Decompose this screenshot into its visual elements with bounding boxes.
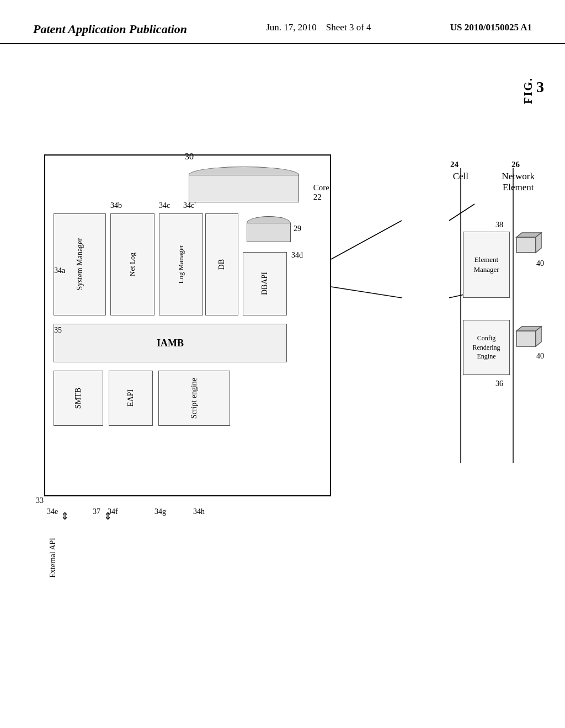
- bottom-boxes: SMTB EAPI Script engine: [54, 371, 287, 426]
- ref-34g: 34g: [154, 507, 166, 516]
- db-box: DB: [205, 213, 238, 315]
- script-engine-box: Script engine: [158, 371, 230, 426]
- ref-29: 29: [294, 224, 301, 233]
- log-manager-label: Log Manager: [177, 245, 185, 283]
- net-log-box: Net Log: [110, 213, 154, 315]
- ref-40-bottom: 40: [536, 352, 544, 361]
- config-rendering-label: ConfigRenderingEngine: [473, 334, 500, 361]
- smtb-label: SMTB: [74, 388, 83, 409]
- dbapi-box: DBAPI: [243, 252, 287, 315]
- publication-number: US 2010/0150025 A1: [450, 22, 532, 33]
- main-content: FIG. 3 24 Cell 26 NetworkElement Core 22…: [0, 44, 565, 722]
- log-manager-box: Log Manager: [159, 213, 203, 315]
- main-diagram-box: Core 22 System Manager 34a Net Log 34b L…: [44, 154, 331, 496]
- ref-40-top: 40: [536, 259, 544, 268]
- eapi-box: EAPI: [109, 371, 153, 426]
- system-manager-box: System Manager: [54, 213, 106, 315]
- ref-34e: 34e: [47, 507, 58, 516]
- inner-boxes-area: System Manager 34a Net Log 34b Log Manag…: [51, 213, 327, 429]
- smtb-box: SMTB: [54, 371, 103, 426]
- ref-34c: 34c: [159, 201, 170, 210]
- ref-34a: 34a: [54, 266, 65, 275]
- small-cylinder: [247, 216, 291, 249]
- ref-34b: 34b: [110, 201, 122, 210]
- cylinder-body: [189, 175, 299, 202]
- small-cyl-body: [247, 223, 291, 242]
- dbapi-label: DBAPI: [260, 272, 269, 295]
- network-element-label: NetworkElement: [502, 171, 535, 193]
- ref-38: 38: [495, 221, 503, 229]
- publication-date-sheet: Jun. 17, 2010 Sheet 3 of 4: [266, 22, 371, 33]
- core-label: Core 22: [313, 183, 329, 202]
- element-manager-box: ElementManager: [463, 232, 510, 298]
- ref-34h: 34h: [193, 507, 205, 516]
- ref-33: 33: [36, 496, 44, 505]
- external-api-label: External API: [49, 538, 57, 578]
- publication-type: Patent Application Publication: [33, 22, 187, 36]
- script-engine-label: Script engine: [190, 378, 199, 419]
- double-arrow-right: ⇕: [104, 510, 112, 522]
- core-cylinder: Core 22: [189, 167, 299, 211]
- system-manager-label: System Manager: [76, 238, 84, 290]
- cell-label: Cell: [453, 171, 468, 182]
- svg-rect-10: [516, 331, 536, 346]
- ref-34d: 34d: [291, 251, 303, 260]
- network-element-3d-bottom: [514, 325, 544, 350]
- db-label: DB: [217, 259, 226, 270]
- svg-rect-7: [516, 237, 536, 253]
- ref-37: 37: [93, 507, 100, 516]
- figure-number: 3: [536, 78, 544, 96]
- ref-30: 30: [185, 152, 194, 162]
- net-log-label: Net Log: [128, 253, 137, 276]
- iamb-label: IAMB: [157, 338, 184, 349]
- cell-reference: 24: [450, 160, 459, 169]
- eapi-label: EAPI: [126, 389, 135, 406]
- network-element-3d-top: [514, 232, 544, 256]
- double-arrow-left: ⇕: [61, 510, 69, 522]
- page-header: Patent Application Publication Jun. 17, …: [0, 0, 565, 44]
- ref-36: 36: [495, 379, 503, 388]
- ref-34c-prime: 34c': [183, 201, 196, 210]
- ref-35: 35: [54, 326, 62, 335]
- config-rendering-engine-box: ConfigRenderingEngine: [463, 320, 510, 375]
- element-manager-label: ElementManager: [473, 255, 499, 275]
- figure-label: FIG.: [522, 77, 535, 104]
- network-element-reference: 26: [511, 160, 520, 169]
- iamb-box: IAMB: [54, 324, 287, 362]
